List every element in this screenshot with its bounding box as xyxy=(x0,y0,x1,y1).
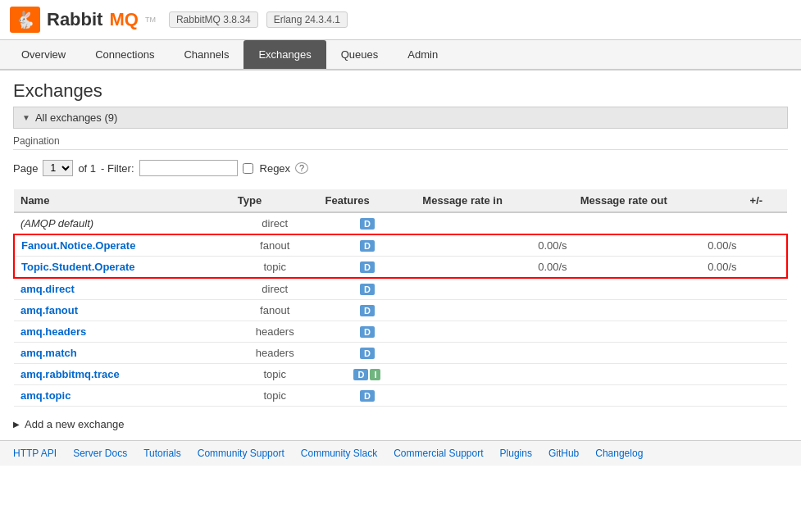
toggle-arrow: ▼ xyxy=(22,113,30,122)
page-select[interactable]: 1 xyxy=(43,160,73,176)
nav-admin[interactable]: Admin xyxy=(393,40,453,69)
exchange-name-link[interactable]: amq.match xyxy=(20,347,77,359)
cell-type: fanout xyxy=(231,234,319,257)
badge-durable: D xyxy=(360,390,375,402)
cell-rate-out xyxy=(574,212,744,234)
cell-name: amq.match xyxy=(14,343,231,364)
nav-queues[interactable]: Queues xyxy=(326,40,394,69)
exchange-name-link[interactable]: amq.direct xyxy=(20,283,75,295)
exchange-name-link[interactable]: amq.rabbitmq.trace xyxy=(20,368,120,380)
cell-rate-in xyxy=(416,364,573,385)
add-arrow: ▶ xyxy=(13,420,20,429)
logo-tm: TM xyxy=(145,16,156,24)
cell-name: amq.topic xyxy=(14,385,231,407)
cell-type: headers xyxy=(231,343,319,364)
version-info: RabbitMQ 3.8.34 Erlang 24.3.4.1 xyxy=(169,11,348,28)
col-header-rate-in: Message rate in xyxy=(416,189,573,212)
rabbitmq-version: RabbitMQ 3.8.34 xyxy=(169,11,258,28)
cell-rate-out: 0.00/s xyxy=(574,234,744,257)
cell-features: D xyxy=(319,257,416,279)
cell-type: topic xyxy=(231,385,319,407)
filter-input[interactable] xyxy=(139,160,238,176)
cell-rate-in xyxy=(416,385,573,407)
table-row: amq.fanoutfanoutD xyxy=(14,300,787,321)
cell-plus-minus xyxy=(744,343,787,364)
nav-exchanges[interactable]: Exchanges xyxy=(243,40,325,69)
footer-link-plugins[interactable]: Plugins xyxy=(500,448,532,459)
cell-type: topic xyxy=(231,364,319,385)
cell-type: headers xyxy=(231,321,319,343)
footer-link-http-api[interactable]: HTTP API xyxy=(13,448,57,459)
cell-rate-in xyxy=(416,343,573,364)
badge-internal: I xyxy=(370,369,380,380)
exchange-name-link[interactable]: Topic.Student.Operate xyxy=(21,261,134,273)
cell-rate-out xyxy=(574,364,744,385)
cell-rate-in xyxy=(416,300,573,321)
cell-plus-minus xyxy=(744,385,787,407)
col-header-plus-minus[interactable]: +/- xyxy=(744,189,787,212)
filter-label: - Filter: xyxy=(101,162,134,175)
cell-features: D xyxy=(319,278,416,300)
footer-link-changelog[interactable]: Changelog xyxy=(595,448,643,459)
cell-features: DI xyxy=(319,364,416,385)
exchange-name-link[interactable]: amq.fanout xyxy=(20,304,78,316)
footer-link-github[interactable]: GitHub xyxy=(548,448,579,459)
table-header-row: Name Type Features Message rate in Messa… xyxy=(14,189,787,212)
badge-durable: D xyxy=(360,218,375,230)
pagination-label: Pagination xyxy=(13,135,788,150)
cell-name: Fanout.Notice.Operate xyxy=(14,234,231,257)
pagination-section: Pagination Page 1 of 1 - Filter: Regex ? xyxy=(13,135,788,181)
nav-channels[interactable]: Channels xyxy=(169,40,243,69)
exchange-name-link[interactable]: amq.headers xyxy=(20,325,86,338)
table-row: amq.headersheadersD xyxy=(14,321,787,343)
add-exchange-section[interactable]: ▶ Add a new exchange xyxy=(13,418,788,430)
cell-type: topic xyxy=(231,257,319,279)
cell-plus-minus xyxy=(744,364,787,385)
regex-label: Regex xyxy=(260,162,291,175)
cell-plus-minus xyxy=(744,234,787,257)
cell-rate-out xyxy=(574,385,744,407)
table-row: (AMQP default)directD xyxy=(14,212,787,234)
footer-link-tutorials[interactable]: Tutorials xyxy=(143,448,181,459)
cell-features: D xyxy=(319,212,416,234)
exchange-name-link[interactable]: amq.topic xyxy=(20,389,71,402)
table-row: amq.directdirectD xyxy=(14,278,787,300)
main-nav: Overview Connections Channels Exchanges … xyxy=(0,40,801,70)
logo-area: 🐇 RabbitMQTM xyxy=(10,7,156,33)
table-row: amq.topictopicD xyxy=(14,385,787,407)
page-label: Page xyxy=(13,162,38,175)
badge-durable: D xyxy=(360,305,375,316)
col-header-rate-out: Message rate out xyxy=(574,189,744,212)
table-body: (AMQP default)directDFanout.Notice.Opera… xyxy=(14,212,787,407)
erlang-version: Erlang 24.3.4.1 xyxy=(266,11,348,28)
pagination-controls: Page 1 of 1 - Filter: Regex ? xyxy=(13,155,788,181)
nav-connections[interactable]: Connections xyxy=(80,40,169,69)
all-exchanges-toggle[interactable]: ▼ All exchanges (9) xyxy=(13,107,788,129)
cell-features: D xyxy=(319,300,416,321)
cell-name: (AMQP default) xyxy=(14,212,231,234)
col-header-name: Name xyxy=(14,189,231,212)
of-label: of 1 xyxy=(78,162,96,175)
cell-name: Topic.Student.Operate xyxy=(14,257,231,279)
footer-link-community-slack[interactable]: Community Slack xyxy=(301,448,377,459)
section-label: All exchanges (9) xyxy=(35,111,117,124)
content: Exchanges ▼ All exchanges (9) Pagination… xyxy=(0,70,801,440)
footer-link-commercial-support[interactable]: Commercial Support xyxy=(394,448,483,459)
nav-overview[interactable]: Overview xyxy=(7,40,80,69)
header: 🐇 RabbitMQTM RabbitMQ 3.8.34 Erlang 24.3… xyxy=(0,0,801,40)
cell-plus-minus xyxy=(744,212,787,234)
exchanges-table: Name Type Features Message rate in Messa… xyxy=(13,189,788,407)
cell-rate-in xyxy=(416,321,573,343)
cell-plus-minus xyxy=(744,278,787,300)
help-icon[interactable]: ? xyxy=(295,162,308,174)
exchange-name-link[interactable]: Fanout.Notice.Operate xyxy=(21,239,135,252)
table-row: amq.rabbitmq.tracetopicDI xyxy=(14,364,787,385)
page-title: Exchanges xyxy=(13,80,788,102)
cell-plus-minus xyxy=(744,257,787,279)
cell-rate-in: 0.00/s xyxy=(416,257,573,279)
footer-link-server-docs[interactable]: Server Docs xyxy=(73,448,127,459)
footer-link-community-support[interactable]: Community Support xyxy=(198,448,284,459)
add-exchange-label: Add a new exchange xyxy=(25,418,124,430)
cell-plus-minus xyxy=(744,321,787,343)
regex-checkbox[interactable] xyxy=(243,163,253,174)
